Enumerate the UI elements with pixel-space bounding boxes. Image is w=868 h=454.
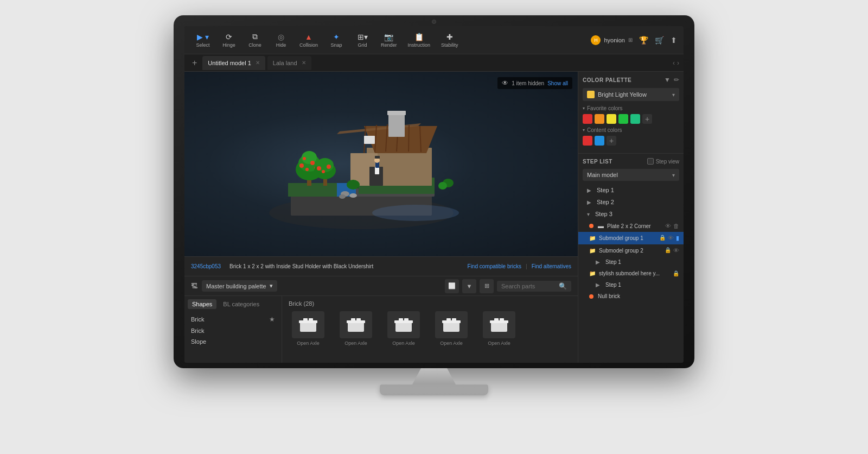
toolbar-clone[interactable]: ⧉ Clone [243, 30, 267, 50]
toolbar-hinge[interactable]: ⟳ Hinge [217, 30, 241, 50]
tab-add-button[interactable]: + [189, 58, 200, 68]
plate-delete-icon[interactable]: 🗑 [673, 223, 679, 229]
tab-bl-categories[interactable]: BL categories [219, 299, 264, 309]
step-view-toggle[interactable]: Step view [647, 158, 679, 165]
upload-icon[interactable]: ⬆ [671, 36, 677, 45]
snap-icon: ✦ [333, 33, 340, 41]
part-label-5: Open Axle [488, 340, 510, 346]
step-list-title: STEP LIST [583, 159, 612, 165]
step-sub-2[interactable]: ▶ Step 1 [578, 279, 684, 291]
fav-color-2[interactable] [595, 114, 604, 124]
step2-expand-icon: ▶ [587, 199, 591, 205]
step3-expand-icon: ▾ [587, 211, 590, 217]
palette-selector[interactable]: Master building palette ▾ [202, 280, 277, 292]
tab-lala-land[interactable]: Lala land ✕ [267, 56, 311, 70]
tab-shapes[interactable]: Shapes [188, 299, 216, 309]
palette-label: Master building palette [206, 283, 266, 289]
shape-item-slope[interactable]: Slope [187, 336, 279, 347]
tab-next-icon[interactable]: › [677, 59, 679, 67]
step-item-3[interactable]: ▾ Step 3 [578, 208, 684, 220]
content-color-2[interactable] [595, 136, 604, 146]
part-item-2[interactable]: Open Axle [334, 311, 378, 346]
find-compatible-link[interactable]: Find compatible bricks [468, 263, 521, 269]
part-label-1: Open Axle [297, 340, 320, 346]
star-icon: ★ [269, 316, 275, 323]
instruction-icon: 📋 [414, 33, 424, 41]
model-selector[interactable]: Main model ▾ [583, 169, 679, 181]
shape-item-brick[interactable]: Brick [187, 325, 279, 336]
collision-icon: ▲ [305, 33, 312, 41]
step-submodel-1[interactable]: 📁 Submodel group 1 🔒 👁 ▮ [578, 232, 684, 244]
step-item-1[interactable]: ▶ Step 1 [578, 184, 684, 196]
viewport[interactable]: 👁 1 item hidden Show all [184, 72, 578, 256]
color-dropdown[interactable]: Bright Light Yellow ▾ [583, 88, 679, 101]
add-fav-color-button[interactable]: + [642, 114, 652, 124]
step-stylish-submodel[interactable]: 📁 stylish submodel here y... 🔒 [578, 268, 684, 279]
parts-view-list-btn[interactable]: ⊞ [480, 279, 494, 293]
show-all-button[interactable]: Show all [547, 80, 568, 86]
eye-icon-2[interactable]: 👁 [673, 247, 679, 254]
step-sub-1[interactable]: ▶ Step 1 [578, 256, 684, 268]
lock-icon-3[interactable]: 🔒 [673, 270, 679, 276]
add-content-color-button[interactable]: + [607, 136, 616, 146]
part-item-3[interactable]: Open Axle [382, 311, 425, 346]
camera-dot [432, 20, 436, 24]
content-expand-icon[interactable]: ▾ [583, 128, 585, 133]
plate-eye-icon[interactable]: 👁 [665, 223, 671, 229]
edit-icon[interactable]: ✏ [674, 76, 679, 84]
monitor-frame: ▶ ▾ Select ⟳ Hinge ⧉ Clone ◎ Hide [174, 15, 694, 368]
svg-point-41 [339, 194, 346, 199]
parts-view-grid-btn[interactable]: ⬜ [445, 279, 459, 293]
part-thumbnail-4 [435, 311, 468, 338]
hidden-badge: 👁 1 item hidden Show all [497, 77, 572, 89]
fav-color-1[interactable] [583, 114, 592, 124]
step-plate-corner[interactable]: ▬ Plate 2 x 2 Corner 👁 🗑 [578, 220, 684, 232]
lock-icon-2[interactable]: 🔒 [665, 247, 671, 254]
step-null-brick[interactable]: Null brick [578, 291, 684, 302]
part-item-4[interactable]: Open Axle [430, 311, 473, 346]
fav-expand-icon[interactable]: ▾ [583, 106, 585, 111]
search-input[interactable] [501, 283, 556, 289]
content-colors-section: ▾ Content colors + [583, 127, 679, 146]
toolbar-collision[interactable]: ▲ Collision [295, 30, 322, 50]
sub-step2-label: Step 1 [605, 282, 621, 288]
toolbar-instruction[interactable]: 📋 Instruction [404, 30, 435, 50]
svg-rect-51 [347, 320, 365, 323]
trophy-icon[interactable]: 🏆 [639, 36, 648, 45]
step-view-checkbox[interactable] [647, 158, 654, 165]
toolbar-snap[interactable]: ✦ Snap [324, 30, 348, 50]
content-color-1[interactable] [583, 136, 592, 146]
tab-prev-icon[interactable]: ‹ [673, 59, 675, 67]
toolbar-render[interactable]: 📷 Render [376, 30, 401, 50]
lock-icon-1[interactable]: 🔒 [659, 235, 666, 242]
part-item-5[interactable]: Open Axle [477, 311, 521, 346]
toolbar-grid[interactable]: ⊞▾ Grid [350, 30, 374, 50]
step-submodel-2[interactable]: 📁 Submodel group 2 🔒 👁 [578, 244, 684, 256]
submodel1-tools: 🔒 👁 ▮ [659, 235, 679, 242]
tab2-close[interactable]: ✕ [302, 60, 306, 66]
tab1-close[interactable]: ✕ [256, 60, 260, 66]
stability-label: Stability [441, 42, 458, 48]
brick-id: 3245cbp053 [191, 263, 221, 269]
delete-icon-1[interactable]: ▮ [676, 235, 679, 242]
hinge-icon: ⟳ [226, 33, 232, 41]
eye-icon-1[interactable]: 👁 [668, 235, 674, 242]
fav-color-5[interactable] [630, 114, 640, 124]
shape-item-brick-starred[interactable]: Brick ★ [187, 313, 279, 325]
tab-untitled-model[interactable]: Untitled model 1 ✕ [202, 56, 265, 70]
fav-color-3[interactable] [607, 114, 616, 124]
user-menu-icon[interactable]: ⊞ [628, 37, 633, 43]
monitor-screen: ▶ ▾ Select ⟳ Hinge ⧉ Clone ◎ Hide [184, 26, 684, 363]
step-item-2[interactable]: ▶ Step 2 [578, 196, 684, 208]
part-item-1[interactable]: Open Axle [286, 311, 330, 346]
toolbar-select[interactable]: ▶ ▾ Select [191, 30, 215, 50]
filter-icon[interactable]: ▼ [664, 76, 671, 84]
select-icon: ▶ ▾ [197, 33, 209, 41]
cart-icon[interactable]: 🛒 [655, 36, 664, 45]
toolbar-hide[interactable]: ◎ Hide [269, 30, 293, 50]
instruction-label: Instruction [408, 42, 431, 48]
fav-color-4[interactable] [618, 114, 628, 124]
toolbar-stability[interactable]: ✚ Stability [437, 30, 463, 50]
find-alternatives-link[interactable]: Find alternatives [532, 263, 571, 269]
parts-filter-btn[interactable]: ▼ [462, 279, 476, 293]
